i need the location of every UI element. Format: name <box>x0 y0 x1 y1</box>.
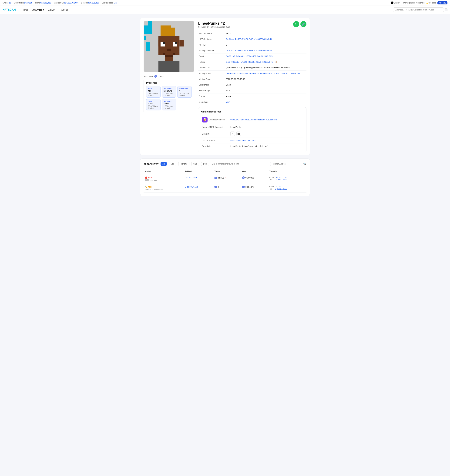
filter-all[interactable]: All <box>160 162 167 166</box>
top-bar-right: L Linea ▾ Marketplaces Multichain 🌙Portf… <box>389 1 447 5</box>
block-height-row: Block Height: 4228 <box>198 88 307 93</box>
activity-title: Item Activity <box>143 163 159 165</box>
mint-icon: ✏️ <box>145 186 147 188</box>
multichain-button[interactable]: Multichain <box>416 2 425 4</box>
minting-hash-row: Minting Hash: 0xede8f5012c5115534103b9ed… <box>198 71 307 76</box>
col-transfer: Transfer <box>268 168 307 174</box>
from-row: From: 0x0000...0000 <box>269 186 305 188</box>
value-amount: 0 <box>218 186 219 188</box>
svg-rect-2 <box>144 36 146 40</box>
svg-rect-15 <box>167 49 171 51</box>
prop-type: Attribute 2 <box>164 87 174 89</box>
portfolio-button[interactable]: 🌙Portfolio <box>426 2 436 4</box>
holder-link[interactable]: 0x05406d692e457601b488695e06a78780dca734… <box>226 61 273 63</box>
prop-pct: 31.73% have this trait <box>179 92 190 96</box>
website-link[interactable]: https://lineapunks.nfts2.me/ <box>231 139 255 142</box>
nav-ranking[interactable]: Ranking <box>60 8 68 12</box>
gas-amount: 0.001676 <box>245 186 254 188</box>
link-button[interactable]: 🔗 <box>300 21 307 27</box>
nft-pixel-art <box>144 21 194 72</box>
chevron-down-icon: ▾ <box>43 9 44 11</box>
id-row: NFT ID: 2 <box>198 42 307 48</box>
last-sale: Last Sale: Ξ 0.0056 <box>143 74 194 79</box>
holder-row: Holder: 0x05406d692e457601b488695e06a787… <box>198 59 307 65</box>
table-row: ✏️ Mint 10 Hour 23 Minutes ago 0xede8...… <box>143 183 307 193</box>
contract-row: NFT Contract: 0xb62c414abf83c0107db84f8d… <box>198 36 307 42</box>
gas-amount: 0.000365 <box>245 177 254 179</box>
filter-transfer[interactable]: Transfer <box>178 162 189 166</box>
time-ago: 38 Minutes ago <box>145 179 182 181</box>
activity-header: Item Activity All Mint Transfer Sale Bur… <box>143 162 307 166</box>
col-txhash: TxHash <box>184 168 213 174</box>
nav-home[interactable]: Home <box>22 8 28 12</box>
metadata-link[interactable]: View <box>226 101 230 103</box>
prop-value: Dark <box>148 103 159 105</box>
refresh-button[interactable]: ↻ <box>293 21 299 27</box>
collections-stat: Collections:2,528,115 <box>14 2 32 4</box>
filter-sale[interactable]: Sale <box>191 162 199 166</box>
marketplaces-button[interactable]: Marketplaces <box>403 2 414 4</box>
prop-pct: 1.69% have this trait <box>164 105 174 109</box>
creator-row: Creator: 0xa052b5c9e9d89f911009a3d72c1e6… <box>198 53 307 59</box>
resource-table: 🧝 Contract Address: 0xb62c414abf83c0107d… <box>201 115 303 149</box>
contract-link[interactable]: 0xb62c414abf83c0107db84f8de1c88631c05a8d… <box>226 38 272 40</box>
to-address[interactable]: 0x0540...34fe <box>275 179 287 181</box>
error-icon: ✕ <box>225 176 227 180</box>
txhash-link[interactable]: 0xf18e...0f6d <box>185 176 197 179</box>
detail-table: NFT Standard: ERC721 NFT Contract: 0xb62… <box>198 31 307 105</box>
from-address[interactable]: 0xa052...b025 <box>275 176 287 179</box>
holder-icon[interactable]: 📋 <box>274 61 277 63</box>
to-label: To: <box>269 179 274 181</box>
svg-rect-3 <box>148 21 152 34</box>
contract-address-resource-row: 🧝 Contract Address: 0xb62c414abf83c0107d… <box>201 115 303 124</box>
minting-hash-link[interactable]: 0xede8f5012c5115534103b9ed25cc1cdfaeb41e… <box>226 72 300 75</box>
minting-contract-link[interactable]: 0xb62c414abf83c0107db84f8de1c88631c05a8d… <box>226 49 272 52</box>
nft-name-resource-row: Name of NFT Contract: LineaPunks <box>201 124 303 130</box>
activity-search-input[interactable] <box>270 162 302 166</box>
eth-icon: Ξ <box>242 176 245 179</box>
search-button[interactable]: 🔍 <box>303 163 307 165</box>
svg-rect-6 <box>165 26 171 36</box>
txhash-cell: 0xede8...616d <box>184 183 213 193</box>
creator-link[interactable]: 0xa052b5c9e9d89f911009a3d72c1e6f162562b0… <box>226 55 272 58</box>
nav-activity[interactable]: Activity <box>48 8 55 12</box>
logo: NFTSCAN <box>3 8 16 12</box>
svg-rect-4 <box>146 42 150 51</box>
to-address[interactable]: 0xa052...b025 <box>275 188 287 190</box>
marketcap-stat: Market Cap:$14,523,951,055 <box>54 2 78 4</box>
main-content: 🔍 <box>138 18 312 196</box>
apikey-button[interactable]: API Key <box>438 1 447 5</box>
top-bar: Chains:16 Collections:2,528,115 Items:91… <box>0 0 450 6</box>
discord-icon[interactable]: ⬛ <box>237 132 241 136</box>
contact-resource-row: Contact: 𝕏 ⬛ <box>201 130 303 138</box>
nav-analytics[interactable]: Analytics ▾ <box>32 8 44 12</box>
txhash-link[interactable]: 0xede8...616d <box>185 186 198 188</box>
from-address[interactable]: 0x0000...0000 <box>275 186 287 188</box>
eth-icon: Ξ <box>154 75 157 78</box>
search-input[interactable] <box>393 7 444 12</box>
method-label: Mint <box>148 186 152 188</box>
minting-date-row: Minting Date: 2023-07-19 03:49:08 <box>198 76 307 82</box>
sale-icon: 🔴 <box>145 176 147 179</box>
prop-type: Trait Count <box>179 87 190 89</box>
eth-icon: Ξ <box>242 186 245 188</box>
method-cell: ✏️ Mint 10 Hour 23 Minutes ago <box>143 183 184 193</box>
prop-pct: 2.02% have this trait <box>164 92 174 96</box>
marketplaces-stat: Marketplaces:155 <box>102 2 117 4</box>
standard-row: NFT Standard: ERC721 <box>198 31 307 36</box>
value-cell: Ξ 0 <box>213 183 241 193</box>
svg-rect-1 <box>144 26 148 34</box>
blockchain-row: Blockchain: Linea <box>198 82 307 88</box>
nft-card: 🔍 <box>140 18 310 155</box>
nft-svg <box>144 21 194 72</box>
chain-selector[interactable]: L Linea ▾ <box>389 1 402 5</box>
time-ago: 10 Hour 23 Minutes ago <box>145 188 182 190</box>
resource-contract-link[interactable]: 0xb62c414abf83c0107db84f8de1c88631c05a8d… <box>231 119 277 121</box>
transfer-cell: From: 0x0000...0000 To: 0xa052...b025 <box>268 183 307 193</box>
filter-burn[interactable]: Burn <box>201 162 209 166</box>
method-cell: 🔴 Sale 38 Minutes ago <box>143 174 184 183</box>
twitter-icon[interactable]: 𝕏 <box>231 132 235 136</box>
filter-mint[interactable]: Mint <box>169 162 176 166</box>
value-cell: Ξ 0.0056 ✕ <box>213 174 241 183</box>
nft-title: LineaPunks #2 <box>198 21 230 26</box>
